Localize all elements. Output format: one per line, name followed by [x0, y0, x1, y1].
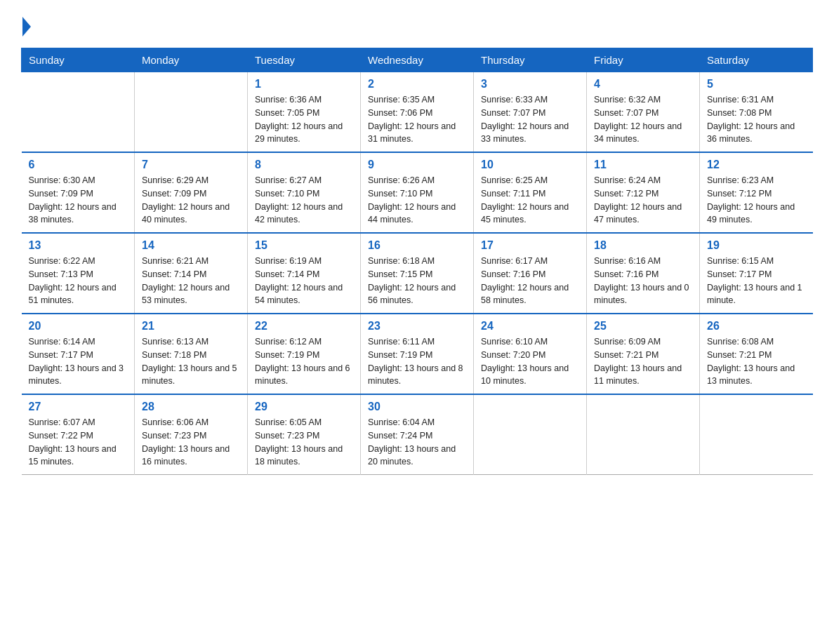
- day-number: 22: [255, 320, 353, 333]
- day-info: Sunrise: 6:25 AMSunset: 7:11 PMDaylight:…: [481, 174, 579, 227]
- header-friday: Friday: [587, 48, 700, 72]
- day-info: Sunrise: 6:26 AMSunset: 7:10 PMDaylight:…: [368, 174, 466, 227]
- day-info: Sunrise: 6:06 AMSunset: 7:23 PMDaylight:…: [142, 416, 240, 469]
- day-number: 29: [255, 401, 353, 413]
- calendar-day-cell: 20Sunrise: 6:14 AMSunset: 7:17 PMDayligh…: [22, 314, 135, 394]
- day-info: Sunrise: 6:05 AMSunset: 7:23 PMDaylight:…: [255, 416, 353, 469]
- calendar-day-cell: 24Sunrise: 6:10 AMSunset: 7:20 PMDayligh…: [474, 314, 587, 394]
- day-info: Sunrise: 6:21 AMSunset: 7:14 PMDaylight:…: [142, 255, 240, 307]
- calendar-week-row: 13Sunrise: 6:22 AMSunset: 7:13 PMDayligh…: [22, 233, 813, 314]
- calendar-day-cell: 1Sunrise: 6:36 AMSunset: 7:05 PMDaylight…: [248, 72, 361, 153]
- day-info: Sunrise: 6:36 AMSunset: 7:05 PMDaylight:…: [255, 93, 353, 146]
- day-number: 24: [481, 320, 579, 333]
- day-number: 12: [707, 159, 806, 171]
- day-info: Sunrise: 6:13 AMSunset: 7:18 PMDaylight:…: [142, 335, 240, 388]
- calendar-week-row: 20Sunrise: 6:14 AMSunset: 7:17 PMDayligh…: [22, 314, 813, 394]
- day-info: Sunrise: 6:15 AMSunset: 7:17 PMDaylight:…: [707, 255, 806, 307]
- calendar-day-cell: [700, 394, 813, 475]
- day-number: 9: [368, 159, 466, 171]
- calendar-day-cell: 4Sunrise: 6:32 AMSunset: 7:07 PMDaylight…: [587, 72, 700, 153]
- calendar-day-cell: 25Sunrise: 6:09 AMSunset: 7:21 PMDayligh…: [587, 314, 700, 394]
- calendar-day-cell: 21Sunrise: 6:13 AMSunset: 7:18 PMDayligh…: [135, 314, 248, 394]
- day-info: Sunrise: 6:29 AMSunset: 7:09 PMDaylight:…: [142, 174, 240, 227]
- calendar-day-cell: 12Sunrise: 6:23 AMSunset: 7:12 PMDayligh…: [700, 152, 813, 233]
- day-number: 14: [142, 239, 240, 252]
- calendar-day-cell: 8Sunrise: 6:27 AMSunset: 7:10 PMDaylight…: [248, 152, 361, 233]
- header-wednesday: Wednesday: [361, 48, 474, 72]
- day-info: Sunrise: 6:04 AMSunset: 7:24 PMDaylight:…: [368, 416, 466, 469]
- calendar-week-row: 1Sunrise: 6:36 AMSunset: 7:05 PMDaylight…: [22, 72, 813, 153]
- day-info: Sunrise: 6:32 AMSunset: 7:07 PMDaylight:…: [594, 93, 692, 146]
- calendar-day-cell: [135, 72, 248, 153]
- day-info: Sunrise: 6:11 AMSunset: 7:19 PMDaylight:…: [368, 335, 466, 388]
- calendar-header-row: Sunday Monday Tuesday Wednesday Thursday…: [22, 48, 813, 72]
- header-thursday: Thursday: [474, 48, 587, 72]
- day-info: Sunrise: 6:18 AMSunset: 7:15 PMDaylight:…: [368, 255, 466, 307]
- day-number: 26: [707, 320, 806, 333]
- calendar-day-cell: 19Sunrise: 6:15 AMSunset: 7:17 PMDayligh…: [700, 233, 813, 314]
- day-number: 19: [707, 239, 806, 252]
- calendar-day-cell: 17Sunrise: 6:17 AMSunset: 7:16 PMDayligh…: [474, 233, 587, 314]
- calendar-day-cell: 9Sunrise: 6:26 AMSunset: 7:10 PMDaylight…: [361, 152, 474, 233]
- calendar-day-cell: 15Sunrise: 6:19 AMSunset: 7:14 PMDayligh…: [248, 233, 361, 314]
- calendar-day-cell: 10Sunrise: 6:25 AMSunset: 7:11 PMDayligh…: [474, 152, 587, 233]
- day-info: Sunrise: 6:30 AMSunset: 7:09 PMDaylight:…: [29, 174, 128, 227]
- calendar-day-cell: 27Sunrise: 6:07 AMSunset: 7:22 PMDayligh…: [22, 394, 135, 475]
- day-info: Sunrise: 6:33 AMSunset: 7:07 PMDaylight:…: [481, 93, 579, 146]
- day-info: Sunrise: 6:19 AMSunset: 7:14 PMDaylight:…: [255, 255, 353, 307]
- day-number: 4: [594, 78, 692, 90]
- day-number: 18: [594, 239, 692, 252]
- day-number: 5: [707, 78, 806, 90]
- calendar-day-cell: 22Sunrise: 6:12 AMSunset: 7:19 PMDayligh…: [248, 314, 361, 394]
- calendar-table: Sunday Monday Tuesday Wednesday Thursday…: [21, 48, 813, 475]
- calendar-day-cell: 30Sunrise: 6:04 AMSunset: 7:24 PMDayligh…: [361, 394, 474, 475]
- calendar-day-cell: [22, 72, 135, 153]
- day-info: Sunrise: 6:12 AMSunset: 7:19 PMDaylight:…: [255, 335, 353, 388]
- calendar-week-row: 27Sunrise: 6:07 AMSunset: 7:22 PMDayligh…: [22, 394, 813, 475]
- day-info: Sunrise: 6:09 AMSunset: 7:21 PMDaylight:…: [594, 335, 692, 388]
- calendar-day-cell: [587, 394, 700, 475]
- day-info: Sunrise: 6:07 AMSunset: 7:22 PMDaylight:…: [29, 416, 128, 469]
- calendar-day-cell: 28Sunrise: 6:06 AMSunset: 7:23 PMDayligh…: [135, 394, 248, 475]
- calendar-day-cell: 13Sunrise: 6:22 AMSunset: 7:13 PMDayligh…: [22, 233, 135, 314]
- day-info: Sunrise: 6:27 AMSunset: 7:10 PMDaylight:…: [255, 174, 353, 227]
- day-number: 17: [481, 239, 579, 252]
- day-info: Sunrise: 6:17 AMSunset: 7:16 PMDaylight:…: [481, 255, 579, 307]
- page-header: [21, 14, 813, 36]
- calendar-day-cell: 5Sunrise: 6:31 AMSunset: 7:08 PMDaylight…: [700, 72, 813, 153]
- day-info: Sunrise: 6:10 AMSunset: 7:20 PMDaylight:…: [481, 335, 579, 388]
- day-info: Sunrise: 6:14 AMSunset: 7:17 PMDaylight:…: [29, 335, 128, 388]
- day-number: 1: [255, 78, 353, 90]
- header-saturday: Saturday: [700, 48, 813, 72]
- calendar-day-cell: 18Sunrise: 6:16 AMSunset: 7:16 PMDayligh…: [587, 233, 700, 314]
- day-number: 3: [481, 78, 579, 90]
- day-number: 15: [255, 239, 353, 252]
- logo-arrow-icon: [22, 17, 31, 36]
- day-number: 25: [594, 320, 692, 333]
- day-number: 16: [368, 239, 466, 252]
- day-number: 7: [142, 159, 240, 171]
- header-monday: Monday: [135, 48, 248, 72]
- day-number: 23: [368, 320, 466, 333]
- day-number: 28: [142, 401, 240, 413]
- calendar-day-cell: 16Sunrise: 6:18 AMSunset: 7:15 PMDayligh…: [361, 233, 474, 314]
- header-tuesday: Tuesday: [248, 48, 361, 72]
- calendar-day-cell: 3Sunrise: 6:33 AMSunset: 7:07 PMDaylight…: [474, 72, 587, 153]
- calendar-day-cell: 7Sunrise: 6:29 AMSunset: 7:09 PMDaylight…: [135, 152, 248, 233]
- day-number: 2: [368, 78, 466, 90]
- day-info: Sunrise: 6:22 AMSunset: 7:13 PMDaylight:…: [29, 255, 128, 307]
- day-info: Sunrise: 6:16 AMSunset: 7:16 PMDaylight:…: [594, 255, 692, 307]
- day-info: Sunrise: 6:23 AMSunset: 7:12 PMDaylight:…: [707, 174, 806, 227]
- calendar-day-cell: 26Sunrise: 6:08 AMSunset: 7:21 PMDayligh…: [700, 314, 813, 394]
- day-number: 13: [29, 239, 128, 252]
- day-info: Sunrise: 6:24 AMSunset: 7:12 PMDaylight:…: [594, 174, 692, 227]
- calendar-day-cell: 14Sunrise: 6:21 AMSunset: 7:14 PMDayligh…: [135, 233, 248, 314]
- header-sunday: Sunday: [22, 48, 135, 72]
- day-info: Sunrise: 6:35 AMSunset: 7:06 PMDaylight:…: [368, 93, 466, 146]
- logo: [21, 14, 31, 36]
- day-number: 21: [142, 320, 240, 333]
- calendar-day-cell: 2Sunrise: 6:35 AMSunset: 7:06 PMDaylight…: [361, 72, 474, 153]
- day-number: 8: [255, 159, 353, 171]
- calendar-day-cell: 29Sunrise: 6:05 AMSunset: 7:23 PMDayligh…: [248, 394, 361, 475]
- day-number: 27: [29, 401, 128, 413]
